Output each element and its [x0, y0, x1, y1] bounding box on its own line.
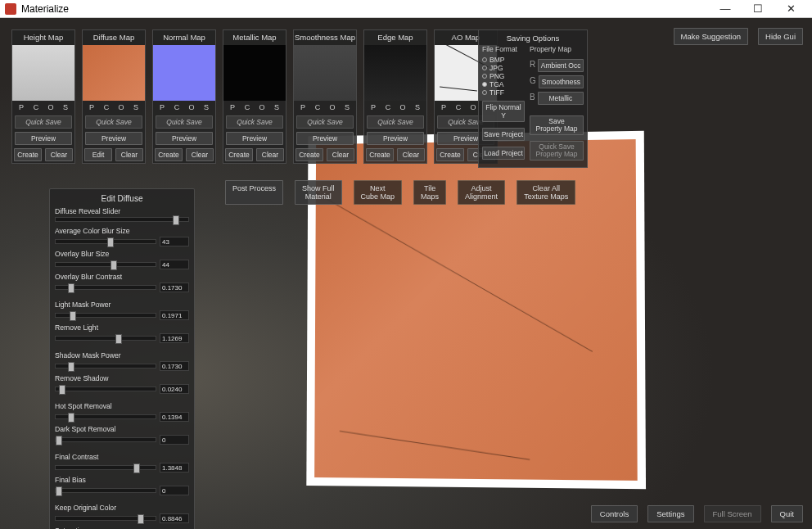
slider-value-8[interactable]: 0 — [160, 435, 189, 445]
pcos-o[interactable]: O — [186, 103, 197, 111]
quick-save-edge[interactable]: Quick Save — [367, 115, 424, 129]
slider-value-4[interactable]: 1.1269 — [160, 333, 189, 343]
slider-8[interactable] — [55, 437, 156, 442]
pcos-p[interactable]: P — [86, 103, 97, 111]
slider-10[interactable] — [55, 488, 156, 493]
pcos-o[interactable]: O — [327, 103, 338, 111]
save-property-map-button[interactable]: Save Property Map — [530, 115, 584, 135]
pcos-o[interactable]: O — [256, 103, 268, 111]
clear-smoothness-button[interactable]: Clear — [327, 148, 354, 161]
property-r-button[interactable]: Ambient Occ — [538, 59, 584, 72]
file-format-radio-tiff[interactable]: TIFF — [482, 88, 525, 97]
pcos-s[interactable]: S — [412, 103, 423, 111]
pcos-p[interactable]: P — [227, 103, 238, 111]
create-edge-button[interactable]: Create — [366, 148, 394, 161]
quick-save-smoothness[interactable]: Quick Save — [296, 115, 354, 129]
pcos-s[interactable]: S — [60, 103, 71, 111]
quick-save-metallic[interactable]: Quick Save — [226, 115, 283, 129]
pcos-p[interactable]: P — [438, 103, 449, 111]
pcos-c[interactable]: C — [101, 103, 112, 111]
load-project-button[interactable]: Load Project — [482, 147, 525, 160]
create-metallic-button[interactable]: Create — [225, 148, 253, 161]
quick-save-property-map-button[interactable]: Quick Save Property Map — [530, 141, 584, 161]
adjust-alignment-button[interactable]: AdjustAlignment — [458, 180, 505, 205]
pcos-c[interactable]: C — [382, 103, 394, 111]
full-screen-button[interactable]: Full Screen — [704, 505, 761, 522]
hide-gui-button[interactable]: Hide Gui — [758, 28, 803, 45]
clear-normal-button[interactable]: Clear — [186, 148, 214, 161]
window-minimize-button[interactable]: — — [709, 1, 742, 17]
slider-value-5[interactable]: 0.1730 — [160, 361, 189, 371]
slider-6[interactable] — [55, 387, 156, 391]
preview-diffuse[interactable]: Preview — [85, 132, 142, 145]
pcos-c[interactable]: C — [241, 103, 253, 111]
slider-value-6[interactable]: 0.0240 — [160, 384, 189, 394]
pcos-p[interactable]: P — [368, 103, 379, 111]
slider-value-2[interactable]: 0.1730 — [160, 283, 189, 292]
map-thumbnail-edge[interactable] — [364, 45, 426, 101]
property-b-button[interactable]: Metallic — [538, 92, 584, 105]
clear-edge-button[interactable]: Clear — [397, 148, 425, 161]
map-thumbnail-smoothness[interactable] — [294, 45, 356, 101]
slider-value-3[interactable]: 0.1971 — [160, 310, 189, 320]
save-project-button[interactable]: Save Project — [482, 128, 525, 141]
pcos-o[interactable]: O — [397, 103, 408, 111]
slider-11[interactable] — [55, 516, 156, 521]
create-ao-button[interactable]: Create — [436, 148, 464, 161]
controls-button[interactable]: Controls — [591, 505, 638, 522]
preview-metallic[interactable]: Preview — [226, 132, 283, 145]
flip-normal-y-button[interactable]: Flip Normal Y — [482, 101, 525, 122]
pcos-o[interactable]: O — [467, 103, 479, 111]
pcos-p[interactable]: P — [156, 103, 168, 111]
property-g-button[interactable]: Smoothness — [539, 75, 584, 88]
slider-7[interactable] — [55, 414, 156, 419]
pcos-s[interactable]: S — [271, 103, 282, 111]
quick-save-normal[interactable]: Quick Save — [156, 115, 213, 129]
clear-metallic-button[interactable]: Clear — [256, 148, 284, 161]
pcos-o[interactable]: O — [45, 103, 56, 111]
slider-9[interactable] — [55, 465, 156, 470]
clear-diffuse-button[interactable]: Clear — [115, 148, 143, 161]
pcos-c[interactable]: C — [312, 103, 323, 111]
window-close-button[interactable]: ✕ — [774, 1, 807, 17]
preview-smoothness[interactable]: Preview — [296, 132, 354, 145]
slider-1[interactable] — [55, 262, 156, 267]
pcos-s[interactable]: S — [341, 103, 353, 111]
slider-5[interactable] — [55, 364, 156, 368]
viewport[interactable]: Make Suggestion Hide Gui Height MapPCOSQ… — [0, 18, 812, 529]
pcos-c[interactable]: C — [171, 103, 183, 111]
pcos-s[interactable]: S — [201, 103, 212, 111]
pcos-p[interactable]: P — [16, 103, 27, 111]
pcos-s[interactable]: S — [130, 103, 142, 111]
slider-value-7[interactable]: 0.1394 — [160, 412, 189, 422]
preview-edge[interactable]: Preview — [367, 132, 424, 145]
pcos-c[interactable]: C — [30, 103, 42, 111]
show-full-material-button[interactable]: Show FullMaterial — [295, 180, 342, 205]
make-suggestion-button[interactable]: Make Suggestion — [674, 28, 748, 45]
tile-maps-button[interactable]: TileMaps — [413, 180, 446, 205]
quick-save-height[interactable]: Quick Save — [15, 115, 72, 129]
slider-value-0[interactable]: 43 — [160, 237, 189, 246]
post-process-button[interactable]: Post Process — [225, 180, 283, 205]
slider-value-10[interactable]: 0 — [160, 486, 189, 495]
settings-button[interactable]: Settings — [647, 505, 693, 522]
quit-button[interactable]: Quit — [771, 505, 803, 522]
map-thumbnail-normal[interactable] — [153, 45, 215, 101]
preview-height[interactable]: Preview — [15, 132, 72, 145]
edit-diffuse-button[interactable]: Edit — [84, 148, 112, 161]
preview-normal[interactable]: Preview — [156, 132, 213, 145]
slider-2[interactable] — [55, 285, 156, 290]
diffuse-reveal-slider[interactable] — [55, 217, 189, 222]
file-format-radio-tga[interactable]: TGA — [482, 80, 525, 88]
slider-0[interactable] — [55, 239, 156, 244]
create-normal-button[interactable]: Create — [155, 148, 183, 161]
quick-save-diffuse[interactable]: Quick Save — [85, 115, 142, 129]
window-maximize-button[interactable]: ☐ — [742, 1, 774, 17]
slider-value-9[interactable]: 1.3848 — [160, 463, 189, 472]
pcos-c[interactable]: C — [453, 103, 464, 111]
create-smoothness-button[interactable]: Create — [295, 148, 323, 161]
slider-3[interactable] — [55, 313, 156, 318]
file-format-radio-png[interactable]: PNG — [482, 72, 525, 80]
map-thumbnail-diffuse[interactable] — [83, 45, 145, 101]
map-thumbnail-metallic[interactable] — [223, 45, 286, 101]
